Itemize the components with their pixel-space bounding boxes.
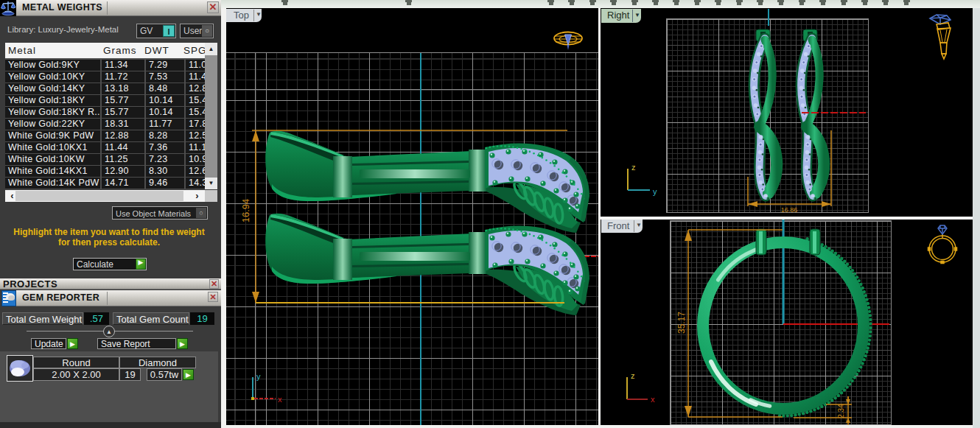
svg-text:2.34: 2.34 (837, 404, 845, 418)
svg-text:16.86: 16.86 (781, 206, 798, 214)
svg-text:x: x (278, 395, 282, 404)
svg-text:z: z (631, 163, 636, 172)
svg-text:y: y (256, 372, 261, 381)
svg-text:y: y (653, 187, 657, 196)
svg-text:z: z (631, 371, 635, 380)
svg-text:x: x (651, 395, 655, 404)
svg-text:16.94: 16.94 (240, 199, 251, 223)
svg-text:35.17: 35.17 (676, 312, 687, 334)
